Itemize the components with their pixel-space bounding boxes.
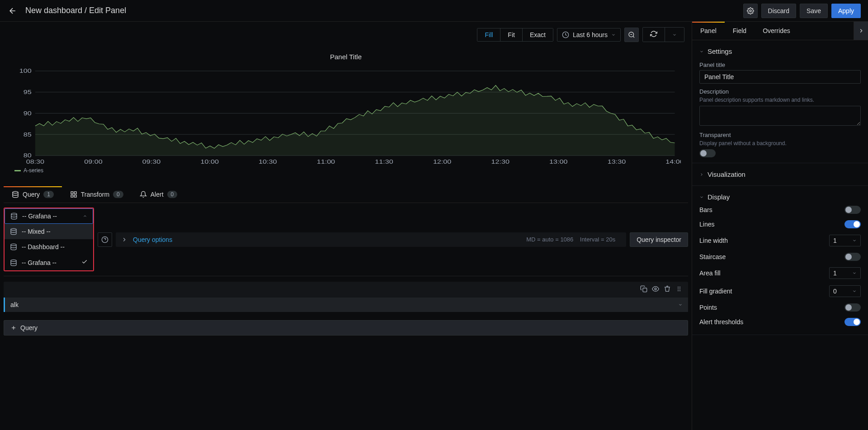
plus-icon — [10, 325, 17, 331]
bars-label: Bars — [699, 206, 712, 213]
ds-option-label: -- Grafana -- — [22, 259, 57, 266]
tab-transform[interactable]: Transform 0 — [62, 186, 132, 203]
refresh-group — [642, 27, 684, 42]
header: New dashboard / Edit Panel Discard Save … — [0, 0, 868, 22]
svg-text:100: 100 — [19, 68, 32, 74]
apply-button[interactable]: Apply — [831, 4, 861, 18]
svg-point-42 — [678, 288, 679, 289]
side-tab-overrides[interactable]: Overrides — [755, 22, 798, 40]
panel-toolbar: Fill Fit Exact Last 6 hours — [4, 22, 688, 47]
datasource-option-grafana[interactable]: -- Grafana -- — [5, 255, 93, 270]
staircase-toggle[interactable] — [844, 253, 861, 261]
save-button[interactable]: Save — [800, 4, 828, 18]
svg-text:11:30: 11:30 — [375, 158, 393, 165]
datasource-option-dashboard[interactable]: -- Dashboard -- — [5, 239, 93, 255]
datasource-help-button[interactable] — [98, 232, 112, 247]
display-header[interactable]: Display — [699, 191, 861, 203]
side-tab-field[interactable]: Field — [725, 22, 755, 40]
panel-title-input[interactable] — [699, 70, 861, 84]
svg-rect-38 — [643, 288, 647, 292]
check-icon — [81, 259, 88, 266]
database-icon — [10, 213, 18, 220]
query-options-toggle[interactable]: Query options — [127, 236, 172, 243]
area-fill-select[interactable]: 1 — [829, 267, 861, 279]
tab-query-count: 1 — [43, 191, 54, 198]
chevron-down-icon — [678, 302, 683, 307]
svg-text:90: 90 — [24, 110, 32, 116]
side-tab-panel[interactable]: Panel — [692, 22, 725, 40]
lines-toggle[interactable] — [844, 220, 861, 228]
svg-point-32 — [11, 213, 17, 215]
svg-text:11:00: 11:00 — [317, 158, 335, 165]
drag-handle-icon[interactable] — [675, 285, 683, 294]
chevron-down-icon — [699, 195, 704, 199]
chart[interactable]: 8085909510008:3009:0009:3010:0010:3011:0… — [11, 66, 681, 165]
delete-query-icon[interactable] — [664, 285, 671, 294]
svg-text:13:00: 13:00 — [549, 158, 567, 165]
settings-button[interactable] — [743, 4, 758, 18]
bell-icon — [140, 191, 147, 198]
discard-button[interactable]: Discard — [761, 4, 796, 18]
tab-alert-count: 0 — [167, 191, 178, 198]
datasource-option-mixed[interactable]: -- Mixed -- — [5, 224, 93, 239]
side-expand-button[interactable] — [854, 22, 868, 40]
svg-point-45 — [679, 290, 680, 291]
settings-header[interactable]: Settings — [699, 46, 861, 57]
points-toggle[interactable] — [844, 303, 861, 312]
svg-text:95: 95 — [24, 89, 32, 95]
panel-preview: Panel Title 8085909510008:3009:0009:3010… — [4, 47, 688, 179]
svg-text:09:30: 09:30 — [142, 158, 160, 165]
transparent-toggle[interactable] — [699, 149, 716, 157]
toggle-visibility-icon[interactable] — [652, 285, 659, 294]
panel-title-label: Panel title — [699, 61, 861, 68]
svg-text:12:30: 12:30 — [491, 158, 509, 165]
back-arrow-icon[interactable] — [7, 5, 18, 16]
svg-text:09:00: 09:00 — [84, 158, 102, 165]
tab-alert[interactable]: Alert 0 — [132, 186, 185, 203]
staircase-label: Staircase — [699, 253, 726, 260]
chevron-down-icon — [852, 271, 857, 275]
side-panel: Panel Field Overrides Settings Panel tit… — [692, 22, 868, 430]
points-label: Points — [699, 304, 717, 311]
svg-rect-30 — [74, 195, 76, 197]
chart-legend[interactable]: A-series — [11, 165, 681, 175]
scenario-select[interactable]: alk — [10, 301, 683, 308]
chevron-down-icon — [611, 33, 616, 37]
refresh-button[interactable] — [643, 28, 665, 42]
breadcrumb: New dashboard / Edit Panel — [25, 6, 126, 15]
svg-text:85: 85 — [24, 131, 32, 137]
fill-button[interactable]: Fill — [477, 28, 500, 41]
tab-query[interactable]: Query 1 — [4, 186, 62, 203]
description-input[interactable] — [699, 106, 861, 126]
duplicate-query-icon[interactable] — [640, 285, 647, 294]
editor-tabs: Query 1 Transform 0 Alert 0 — [4, 186, 688, 203]
alert-thresholds-toggle[interactable] — [844, 318, 861, 326]
query-inspector-button[interactable]: Query inspector — [630, 232, 688, 247]
query-options-bar: Query options MD = auto = 1086 Interval … — [116, 232, 626, 247]
tab-alert-label: Alert — [151, 191, 164, 198]
display-title: Display — [708, 193, 730, 201]
bars-toggle[interactable] — [844, 206, 861, 214]
alert-thresholds-label: Alert thresholds — [699, 318, 743, 326]
svg-text:13:30: 13:30 — [608, 158, 626, 165]
zoom-out-button[interactable] — [624, 28, 639, 42]
visualization-header[interactable]: Visualization — [699, 169, 861, 180]
visualization-title: Visualization — [708, 170, 745, 178]
fill-gradient-select[interactable]: 0 — [829, 285, 861, 297]
svg-rect-31 — [71, 195, 73, 197]
exact-button[interactable]: Exact — [523, 28, 553, 41]
datasource-menu: -- Mixed -- -- Dashboard -- -- Grafana -… — [5, 224, 93, 270]
side-tabs: Panel Field Overrides — [692, 22, 868, 40]
transparent-label: Transparent — [699, 132, 861, 138]
settings-section: Settings Panel title Description Panel d… — [692, 40, 868, 163]
refresh-interval-button[interactable] — [665, 28, 684, 42]
svg-point-33 — [11, 228, 16, 230]
svg-text:12:00: 12:00 — [433, 158, 451, 165]
line-width-select[interactable]: 1 — [829, 235, 861, 246]
fit-button[interactable]: Fit — [500, 28, 523, 41]
area-fill-label: Area fill — [699, 269, 721, 277]
add-query-button[interactable]: Query — [4, 320, 688, 335]
scenario-row: alk — [4, 298, 688, 312]
datasource-select[interactable]: -- Grafana -- — [5, 208, 93, 224]
time-range-picker[interactable]: Last 6 hours — [557, 28, 621, 42]
